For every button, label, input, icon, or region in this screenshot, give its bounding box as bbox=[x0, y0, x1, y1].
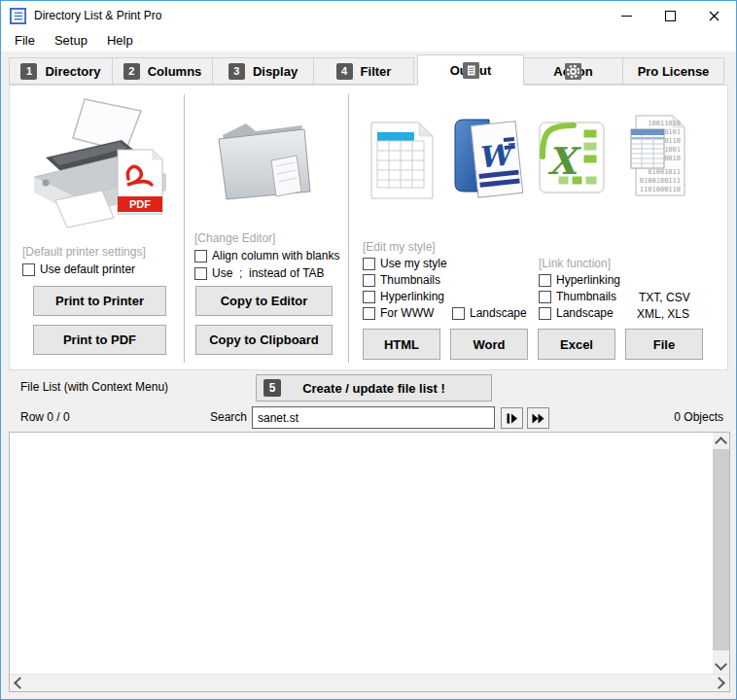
menu-help[interactable]: Help bbox=[97, 30, 143, 52]
maximize-button[interactable] bbox=[649, 1, 692, 30]
objects-count: 0 Objects bbox=[674, 410, 723, 424]
menu-file[interactable]: File bbox=[5, 30, 45, 52]
fast-forward-icon bbox=[532, 412, 544, 425]
formats-xml-xls: XML, XLS bbox=[637, 307, 689, 321]
tab-action[interactable]: Action bbox=[524, 57, 623, 85]
use-my-style-checkbox[interactable]: Use my style bbox=[363, 257, 447, 270]
app-list-icon bbox=[10, 8, 26, 24]
checkbox-label: Thumbnails bbox=[380, 273, 440, 287]
formats-txt-csv: TXT, CSV bbox=[639, 291, 690, 304]
close-button[interactable] bbox=[692, 1, 736, 30]
checkbox-box[interactable] bbox=[363, 274, 375, 287]
checkbox-box[interactable] bbox=[194, 267, 207, 280]
print-to-printer-button[interactable]: Print to Printer bbox=[33, 286, 166, 316]
thumbnails-checkbox[interactable]: Thumbnails bbox=[363, 273, 440, 287]
step-number-badge: 5 bbox=[263, 379, 281, 397]
svg-text:01001011: 01001011 bbox=[648, 168, 681, 176]
checkbox-label: Hyperlinking bbox=[556, 273, 620, 287]
checkbox-box[interactable] bbox=[22, 263, 35, 276]
checkbox-box[interactable] bbox=[363, 307, 375, 320]
tab-display[interactable]: 3 Display bbox=[213, 57, 314, 85]
copy-to-clipboard-button[interactable]: Copy to Clipboard bbox=[195, 325, 333, 355]
tab-directory[interactable]: 1 Directory bbox=[9, 57, 113, 85]
word-button[interactable]: Word bbox=[450, 329, 528, 360]
use-semicolon-checkbox[interactable]: Use ; instead of TAB bbox=[194, 266, 325, 280]
landscape-html-checkbox[interactable]: Landscape bbox=[452, 306, 527, 320]
tab-output[interactable]: Output bbox=[417, 54, 524, 86]
tab-filter[interactable]: 4 Filter bbox=[314, 57, 414, 85]
vertical-scrollbar[interactable] bbox=[713, 433, 729, 675]
html-button[interactable]: HTML bbox=[363, 329, 440, 360]
title-bar: Directory List & Print Pro bbox=[1, 1, 736, 30]
tab-columns[interactable]: 2 Columns bbox=[113, 57, 213, 85]
checkbox-box[interactable] bbox=[363, 258, 375, 270]
minimize-button[interactable] bbox=[605, 1, 649, 30]
vertical-scrollbar-thumb[interactable] bbox=[713, 449, 729, 650]
copy-to-editor-button[interactable]: Copy to Editor bbox=[195, 286, 333, 316]
file-button[interactable]: File bbox=[625, 329, 703, 360]
print-to-pdf-button[interactable]: Print to PDF bbox=[33, 325, 166, 355]
checkbox-box[interactable] bbox=[452, 307, 465, 320]
excel-button[interactable]: Excel bbox=[538, 329, 615, 360]
search-all-button[interactable] bbox=[527, 407, 549, 429]
svg-text:PDF: PDF bbox=[129, 198, 151, 210]
tab-bar: 1 Directory 2 Columns 3 Display 4 Filter bbox=[9, 54, 724, 85]
row-counter: Row 0 / 0 bbox=[20, 410, 70, 424]
hyperlinking-checkbox[interactable]: Hyperlinking bbox=[363, 290, 444, 303]
menu-bar: File Setup Help bbox=[1, 30, 736, 52]
checkbox-box[interactable] bbox=[539, 307, 551, 320]
link-thumbnails-checkbox[interactable]: Thumbnails bbox=[539, 290, 616, 303]
tab-label: Columns bbox=[148, 64, 202, 79]
excel-document-icon: X bbox=[535, 118, 609, 197]
link-function-hint: [Link function] bbox=[539, 257, 611, 270]
link-hyperlinking-checkbox[interactable]: Hyperlinking bbox=[539, 273, 620, 287]
use-default-printer-checkbox[interactable]: Use default printer bbox=[22, 262, 135, 276]
file-list-area[interactable] bbox=[9, 432, 730, 692]
printer-settings-hint: [Default printer settings] bbox=[22, 245, 146, 259]
change-editor-hint: [Change Editor] bbox=[194, 231, 275, 245]
menu-setup[interactable]: Setup bbox=[45, 30, 97, 52]
search-label: Search bbox=[203, 410, 247, 424]
tab-label: Pro License bbox=[638, 64, 710, 79]
tab-pro-license[interactable]: Pro License bbox=[623, 57, 724, 85]
tab-label: Directory bbox=[45, 64, 100, 79]
close-icon bbox=[709, 11, 719, 21]
scroll-left-button[interactable] bbox=[10, 675, 26, 691]
for-www-checkbox[interactable]: For WWW bbox=[363, 306, 434, 320]
svg-text:0100100111: 0100100111 bbox=[640, 177, 681, 185]
chevron-right-icon bbox=[713, 677, 725, 689]
link-landscape-checkbox[interactable]: Landscape bbox=[539, 306, 614, 320]
create-update-file-list-button[interactable]: 5 Create / update file list ! bbox=[256, 374, 492, 402]
scroll-right-button[interactable] bbox=[713, 675, 729, 691]
checkbox-box[interactable] bbox=[363, 291, 375, 303]
tab-number-badge: 1 bbox=[20, 63, 37, 80]
section-divider bbox=[184, 94, 185, 363]
gear-icon bbox=[565, 63, 581, 80]
table-document-icon bbox=[368, 120, 437, 201]
word-document-icon: W bbox=[447, 114, 523, 199]
maximize-icon bbox=[665, 11, 676, 21]
checkbox-box[interactable] bbox=[539, 274, 551, 287]
checkbox-box[interactable] bbox=[194, 250, 207, 262]
app-window: Directory List & Print Pro File Setup He… bbox=[0, 0, 737, 700]
chevron-up-icon bbox=[715, 437, 727, 449]
checkbox-label: Use default printer bbox=[40, 262, 135, 276]
document-icon bbox=[463, 62, 479, 79]
checkbox-label: Landscape bbox=[556, 306, 614, 320]
checkbox-label: Hyperlinking bbox=[380, 290, 444, 303]
checkbox-box[interactable] bbox=[539, 291, 551, 303]
scroll-down-button[interactable] bbox=[713, 658, 729, 675]
search-next-button[interactable] bbox=[501, 407, 523, 429]
file-list-label: File List (with Context Menu) bbox=[20, 380, 168, 394]
search-input[interactable] bbox=[252, 406, 495, 429]
scroll-up-button[interactable] bbox=[713, 433, 729, 449]
minimize-icon bbox=[621, 16, 632, 17]
tab-number-badge: 3 bbox=[228, 63, 245, 80]
align-column-checkbox[interactable]: Align column with blanks bbox=[194, 249, 339, 262]
printer-pdf-icon: PDF bbox=[28, 95, 172, 229]
checkbox-label: Use ; instead of TAB bbox=[212, 266, 325, 280]
step-forward-icon bbox=[506, 412, 518, 425]
tab-label: Display bbox=[253, 64, 298, 79]
horizontal-scrollbar[interactable] bbox=[10, 674, 729, 691]
svg-text:10011010: 10011010 bbox=[648, 120, 681, 127]
